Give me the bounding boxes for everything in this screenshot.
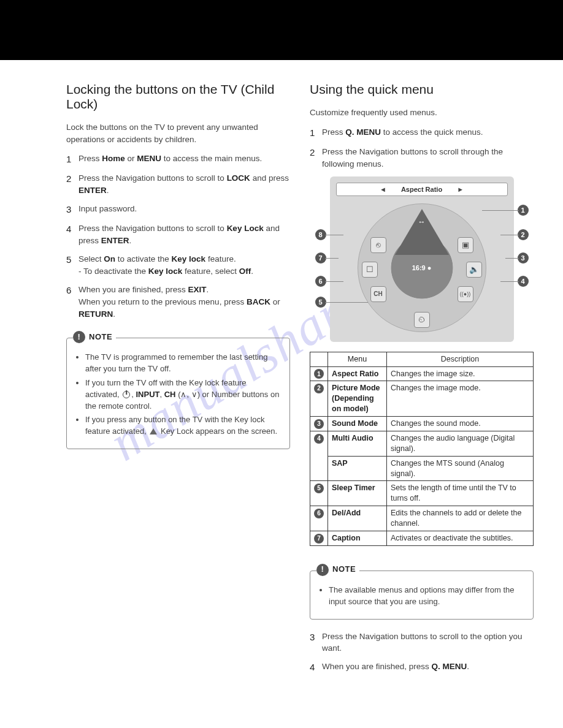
quick-menu-title-bar: ◄ Aspect Ratio ► [336, 183, 508, 196]
picture-mode-icon: ▣ [458, 237, 473, 253]
quick-menu-table: Menu Description 1Aspect RatioChanges th… [310, 352, 534, 546]
callout-4: 4 [518, 276, 529, 287]
note-bang-icon: ! [316, 564, 329, 576]
left-note-box: ! NOTE The TV is programmed to remember … [66, 338, 290, 449]
table-row: 5Sleep TimerSets the length of time unti… [310, 481, 534, 506]
table-row: 2Picture Mode (Depending on model)Change… [310, 381, 534, 417]
left-intro: Lock the buttons on the TV to prevent an… [66, 121, 290, 145]
quick-menu-diagram: ◄ Aspect Ratio ► ↔ 16:9 ● ▣ 🔈 ((●)) ⏲ CH… [330, 176, 514, 342]
usb-eject-icon: ⎋ [370, 237, 386, 253]
left-step-6: 6When you are finished, press EXIT.When … [66, 284, 290, 320]
caption-icon: ☐ [362, 262, 378, 278]
wheel-center-label: 16:9 ● [412, 264, 432, 271]
quick-menu-bar-label: Aspect Ratio [401, 186, 442, 193]
aspect-ratio-icon: ↔ [418, 218, 426, 226]
left-heading: Locking the buttons on the TV (Child Loc… [66, 82, 290, 112]
leader-line [325, 281, 343, 282]
leader-line [325, 235, 343, 235]
power-icon [123, 391, 130, 398]
right-column: Using the quick menu Customize frequentl… [310, 82, 534, 681]
th-menu: Menu [328, 352, 387, 366]
sound-mode-icon: 🔈 [466, 262, 482, 278]
note-heading-left: ! NOTE [73, 331, 116, 343]
right-step-2: 2Press the Navigation buttons to scroll … [310, 146, 534, 170]
leader-line [505, 258, 519, 259]
callout-2: 2 [518, 229, 529, 240]
left-step-5: 5Select On to activate the Key lock feat… [66, 253, 290, 278]
table-row: SAPChanges the MTS sound (Analog signal)… [310, 456, 534, 481]
right-heading: Using the quick menu [310, 82, 534, 97]
multi-audio-icon: ((●)) [458, 286, 473, 302]
right-arrow-icon: ► [457, 186, 464, 193]
note-bang-icon: ! [73, 331, 85, 343]
selected-wedge [395, 209, 449, 255]
table-row: 3Sound ModeChanges the sound mode. [310, 417, 534, 431]
left-step-2: 2Press the Navigation buttons to scroll … [66, 172, 290, 197]
page-body: Locking the buttons on the TV (Child Loc… [0, 60, 563, 718]
leader-line [500, 281, 519, 282]
th-desc: Description [387, 352, 534, 366]
left-step-1: 1Press Home or MENU to access the main m… [66, 153, 290, 166]
right-step-1: 1Press Q. MENU to access the quick menus… [310, 126, 534, 140]
left-steps: 1Press Home or MENU to access the main m… [66, 153, 290, 320]
leader-line [500, 235, 519, 235]
left-arrow-icon: ◄ [380, 186, 386, 193]
table-row: 1Aspect RatioChanges the image size. [310, 366, 534, 381]
leader-line [482, 210, 519, 211]
channel-del-add-icon: CH [370, 286, 386, 302]
note-heading-right: ! NOTE [316, 564, 359, 576]
right-note-box: ! NOTE The available menus and options m… [310, 571, 534, 620]
leader-line [325, 258, 339, 259]
right-steps-bottom: 3Press the Navigation buttons to scroll … [310, 631, 534, 675]
callout-3: 3 [518, 252, 529, 264]
right-note-text: The available menus and options may diff… [329, 585, 524, 608]
right-steps-top: 1Press Q. MENU to access the quick menus… [310, 126, 534, 170]
callout-1: 1 [518, 205, 529, 216]
right-step-4: 4When you are finished, press Q. MENU. [310, 661, 534, 674]
right-step-3: 3Press the Navigation buttons to scroll … [310, 631, 534, 655]
left-note-item-2: If you turn the TV off with the Key lock… [85, 377, 281, 412]
left-note-item-1: The TV is programmed to remember the las… [85, 352, 281, 375]
sleep-timer-icon: ⏲ [414, 312, 430, 328]
left-step-3: 3Input password. [66, 203, 290, 216]
left-column: Locking the buttons on the TV (Child Loc… [66, 82, 290, 681]
left-note-item-3: If you press any button on the TV with t… [85, 414, 281, 438]
leader-line [325, 302, 368, 303]
left-step-4: 4Press the Navigation buttons to scroll … [66, 222, 290, 247]
table-row: 6Del/AddEdits the channels to add or del… [310, 506, 534, 531]
warning-triangle-icon [150, 428, 157, 434]
top-black-bar [0, 0, 563, 60]
table-header-row: Menu Description [310, 352, 534, 366]
table-row: 4Multi AudioChanges the audio language (… [310, 431, 534, 456]
right-intro: Customize frequently used menus. [310, 107, 534, 119]
table-row: 7CaptionActivates or deactivate the subt… [310, 531, 534, 545]
quick-menu-wheel: ↔ 16:9 ● ▣ 🔈 ((●)) ⏲ CH ☐ ⎋ [358, 203, 486, 332]
